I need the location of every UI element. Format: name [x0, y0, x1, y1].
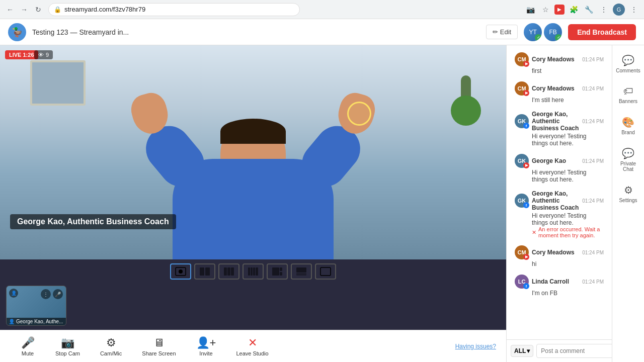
- invite-button[interactable]: 👤+ Invite: [186, 333, 226, 359]
- chat-msg-header: GK ▶ George Kao 01:24 PM: [515, 154, 604, 168]
- wall-picture: [30, 60, 86, 106]
- chat-avatar: CM ▶: [515, 245, 529, 259]
- svg-rect-13: [280, 272, 282, 276]
- settings-label: Settings: [619, 198, 637, 203]
- screen-icon: 🖥: [153, 336, 165, 349]
- sidebar-item-private-chat[interactable]: 💬 Private Chat: [612, 142, 644, 177]
- account-icon[interactable]: G: [613, 4, 625, 16]
- chat-message-m5: GK f George Kao, Authentic Business Coac…: [511, 187, 608, 241]
- account-check-2: ✓: [555, 34, 562, 41]
- participant-icon-1: 👤: [9, 319, 15, 324]
- participant-name-1: 👤 George Kao, Authe...: [7, 318, 66, 325]
- participant-more-1[interactable]: ⋮: [41, 289, 51, 299]
- svg-rect-16: [320, 267, 331, 276]
- refresh-button[interactable]: ↻: [32, 4, 44, 16]
- private-chat-label: Private Chat: [614, 161, 642, 172]
- sharescreen-button[interactable]: 🖥 Share Screen: [132, 333, 186, 359]
- layout-btn-7[interactable]: [315, 263, 336, 280]
- platform-badge-fb: f: [523, 123, 529, 129]
- settings-icon: ⚙: [624, 184, 633, 196]
- chat-avatar: GK f: [515, 114, 529, 128]
- back-button[interactable]: ←: [4, 4, 16, 16]
- chat-messages: CM ▶ Cory Meadows 01:24 PM first CM ▶ Co…: [507, 45, 612, 339]
- layout-btn-1[interactable]: [170, 263, 191, 280]
- stopcam-button[interactable]: 📷 Stop Cam: [45, 333, 90, 359]
- youtube-icon: ▶: [554, 5, 565, 15]
- viewers-badge: 👁 9: [34, 50, 53, 59]
- chat-message-m2: CM ▶ Cory Meadows 01:24 PM I'm still her…: [511, 78, 608, 107]
- chat-panel: CM ▶ Cory Meadows 01:24 PM first CM ▶ Co…: [506, 45, 612, 362]
- connected-accounts: YT ✓ FB ✓: [524, 23, 562, 41]
- chat-author: Linda Carroll: [532, 278, 579, 285]
- svg-rect-9: [253, 267, 255, 276]
- chat-msg-header: GK f George Kao, Authentic Business Coac…: [515, 190, 604, 211]
- extension1-icon[interactable]: 🧩: [568, 4, 580, 16]
- edit-button[interactable]: ✏ Edit: [486, 25, 518, 39]
- app-logo: 🦆: [8, 23, 26, 41]
- sidebar-item-banners[interactable]: 🏷 Banners: [612, 80, 644, 109]
- star-icon[interactable]: ☆: [539, 4, 551, 16]
- chat-text: hi: [532, 260, 604, 267]
- app-title: Testing 123 — Streamyard in...: [32, 28, 129, 36]
- address-bar[interactable]: 🔒 streamyard.com/f3zv78hr79: [48, 3, 300, 16]
- leavestudio-button[interactable]: ✕ Leave Studio: [226, 333, 278, 359]
- layout-btn-4[interactable]: [243, 263, 264, 280]
- svg-rect-8: [251, 267, 253, 276]
- chat-time: 01:24 PM: [582, 279, 604, 285]
- having-issues-link[interactable]: Having issues?: [455, 343, 496, 350]
- chat-text: Hi everyone! Testing things out here.: [532, 169, 604, 183]
- account-check-1: ✓: [535, 34, 542, 41]
- svg-rect-11: [272, 267, 279, 276]
- platform-badge-fb: f: [523, 202, 529, 208]
- chat-author: George Kao, Authentic Business Coach: [532, 111, 579, 132]
- layout-selector: [0, 259, 506, 284]
- header-right: ✏ Edit YT ✓ FB ✓ End Broadcast: [486, 23, 636, 41]
- svg-rect-7: [248, 267, 250, 276]
- end-broadcast-button[interactable]: End Broadcast: [568, 24, 636, 40]
- layout-btn-3[interactable]: [218, 263, 239, 280]
- lock-icon: 🔒: [54, 6, 61, 13]
- main-video: LIVE 1:26 👁 9 George Kao, Authentic Busi…: [0, 45, 506, 259]
- chat-message-m1: CM ▶ Cory Meadows 01:24 PM first: [511, 49, 608, 77]
- extension2-icon[interactable]: 🔧: [583, 4, 595, 16]
- cammic-button[interactable]: ⚙ Cam/Mic: [90, 333, 132, 359]
- platform-badge-yt: ▶: [523, 61, 529, 67]
- invite-icon: 👤+: [196, 336, 216, 349]
- browser-bar: ← → ↻ 🔒 streamyard.com/f3zv78hr79 📷 ☆ ▶ …: [0, 0, 644, 19]
- name-overlay: George Kao, Authentic Business Coach: [10, 214, 176, 229]
- chat-text: I'm on FB: [532, 290, 604, 297]
- sidebar-item-brand[interactable]: 🎨 Brand: [612, 111, 644, 140]
- browser-icons: 📷 ☆ ▶ 🧩 🔧 ⋮ G ⋮: [524, 4, 640, 16]
- svg-point-1: [179, 269, 183, 274]
- svg-rect-10: [256, 267, 258, 276]
- forward-button[interactable]: →: [18, 4, 30, 16]
- participant-mic-1[interactable]: 🎤: [53, 289, 63, 299]
- sidebar-item-comments[interactable]: 💬 Comments: [612, 49, 644, 78]
- brand-icon: 🎨: [622, 116, 634, 128]
- layout-btn-6[interactable]: [291, 263, 312, 280]
- account-avatar-2[interactable]: FB ✓: [544, 23, 562, 41]
- participant-thumb-1[interactable]: 👤 🎤 ⋮ 👤 George Kao, Authe...: [6, 286, 66, 326]
- chat-text: I'm still here: [532, 97, 604, 104]
- chat-time: 01:24 PM: [582, 250, 604, 255]
- person-icon: 👤: [9, 289, 18, 298]
- mute-button[interactable]: 🎤 Mute: [10, 333, 45, 359]
- chat-time: 01:24 PM: [582, 57, 604, 62]
- sidebar-item-settings[interactable]: ⚙ Settings: [612, 179, 644, 208]
- audience-dropdown[interactable]: ALL ▾: [511, 345, 533, 357]
- platform-badge-fb: f: [523, 283, 529, 289]
- layout-btn-5[interactable]: [267, 263, 288, 280]
- extensions-btn[interactable]: ⋮: [598, 4, 610, 16]
- chat-avatar: LC f: [515, 275, 529, 289]
- comment-input[interactable]: [536, 344, 621, 358]
- video-area: LIVE 1:26 👁 9 George Kao, Authentic Busi…: [0, 45, 506, 362]
- chat-author: George Kao: [532, 157, 579, 164]
- menu-icon[interactable]: ⋮: [628, 4, 640, 16]
- chat-avatar: GK ▶: [515, 154, 529, 168]
- account-avatar-1[interactable]: YT ✓: [524, 23, 542, 41]
- chat-author: Cory Meadows: [532, 85, 579, 92]
- chat-text: Hi everyone! Testing things out here.: [532, 133, 604, 147]
- comments-label: Comments: [616, 68, 640, 73]
- layout-btn-2[interactable]: [194, 263, 215, 280]
- private-chat-icon: 💬: [622, 147, 634, 159]
